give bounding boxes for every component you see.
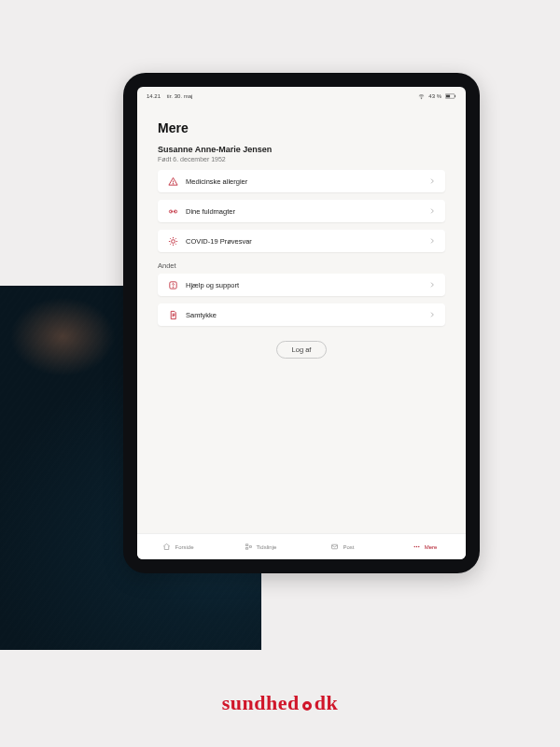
timeline-icon (245, 543, 253, 551)
chevron-right-icon (428, 311, 436, 318)
status-date: tir. 30. maj (167, 93, 193, 99)
svg-rect-3 (446, 95, 450, 98)
brand-dot-icon (302, 701, 312, 711)
virus-icon (167, 235, 178, 247)
row-label: Medicinske allergier (186, 177, 428, 186)
svg-rect-2 (455, 95, 455, 97)
svg-rect-10 (245, 544, 247, 546)
tab-label: Forside (175, 544, 193, 550)
document-icon (167, 309, 178, 320)
tab-label: Post (343, 544, 354, 550)
row-fuldmagter[interactable]: Dine fuldmagter (158, 200, 445, 222)
svg-point-7 (171, 239, 175, 243)
chevron-right-icon (428, 177, 436, 185)
row-allergies[interactable]: Medicinske allergier (158, 170, 445, 192)
svg-point-0 (422, 98, 423, 99)
status-time: 14.21 (147, 93, 161, 99)
more-icon (413, 543, 421, 551)
svg-point-4 (173, 183, 174, 184)
section-label-other: Andet (158, 261, 445, 270)
tab-home[interactable]: Forside (137, 534, 219, 559)
status-right: 43 % (418, 93, 456, 100)
chevron-right-icon (428, 237, 436, 245)
tablet-frame: 14.21 tir. 30. maj 43 % Mere Susanne Ann… (123, 73, 480, 573)
row-consent[interactable]: Samtykke (158, 303, 445, 326)
mail-icon (330, 543, 339, 551)
logout-button[interactable]: Log af (276, 341, 328, 359)
status-bar: 14.21 tir. 30. maj 43 % (137, 87, 466, 102)
svg-rect-11 (245, 548, 247, 550)
tab-bar: Forside Tidslinje Post Mere (137, 533, 466, 559)
tab-more[interactable]: Mere (384, 534, 466, 559)
page-title: Mere (158, 120, 445, 135)
home-icon (162, 543, 171, 551)
tab-label: Tidslinje (257, 544, 277, 550)
tablet-screen: 14.21 tir. 30. maj 43 % Mere Susanne Ann… (137, 87, 466, 559)
svg-point-14 (413, 546, 414, 547)
user-name: Susanne Anne-Marie Jensen (158, 145, 445, 154)
svg-rect-12 (249, 546, 251, 548)
chevron-right-icon (428, 207, 436, 215)
row-label: COVID-19 Prøvesvar (186, 237, 428, 246)
row-help[interactable]: Hjælp og support (158, 274, 445, 296)
brand-left: sundhed (222, 691, 300, 714)
row-label: Samtykke (186, 311, 428, 319)
brand-right: dk (315, 691, 338, 714)
row-label: Dine fuldmagter (186, 207, 428, 216)
svg-point-16 (418, 546, 419, 547)
battery-icon (445, 93, 456, 99)
svg-point-15 (415, 546, 416, 547)
user-subtitle: Født 6. december 1952 (158, 156, 445, 162)
row-covid[interactable]: COVID-19 Prøvesvar (158, 230, 445, 252)
tab-post[interactable]: Post (301, 534, 384, 559)
svg-point-9 (173, 286, 174, 287)
chevron-right-icon (428, 281, 436, 289)
brand-logo: sundheddk (0, 691, 560, 715)
status-battery: 43 % (428, 93, 441, 99)
warning-icon (167, 176, 178, 187)
status-left: 14.21 tir. 30. maj (147, 93, 192, 99)
help-icon (167, 279, 178, 290)
link-icon (167, 205, 178, 217)
wifi-icon (418, 93, 425, 100)
row-label: Hjælp og support (186, 281, 428, 289)
tab-label: Mere (425, 544, 438, 550)
tab-timeline[interactable]: Tidslinje (219, 534, 301, 559)
